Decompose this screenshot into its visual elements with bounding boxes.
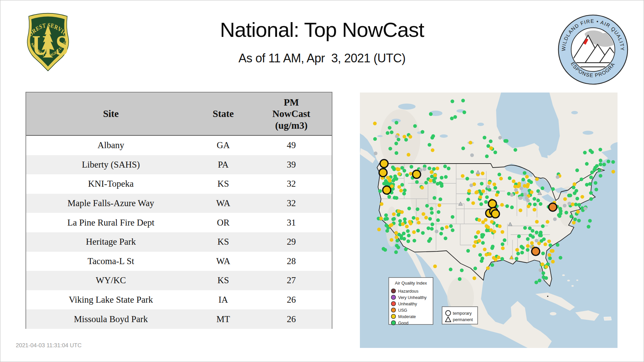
legend-label-hazardous: Hazardous [398, 289, 418, 294]
usfs-letter-s: S [56, 29, 68, 61]
site-marker-albany [532, 247, 540, 255]
legend-dot-unhealthy [391, 302, 396, 306]
legend-label-very-unhealthy: Very Unhealthy [398, 295, 427, 300]
site-marker-wy-kc [491, 210, 499, 218]
table-row: Missoula Boyd ParkMT26 [26, 309, 332, 329]
aqi-legend-title: Air Quality Index [395, 281, 427, 286]
legend-label-unhealthy: Unhealthy [398, 302, 417, 306]
site-type-legend: temporary permanent [442, 307, 478, 324]
site-marker-maple-falls [380, 160, 388, 168]
table-row: Viking Lake State ParkIA26 [26, 290, 332, 310]
report-page: National: Top NowCast As of 11 AM, Apr 3… [0, 0, 644, 362]
page-subtitle: As of 11 AM, Apr 3, 2021 (UTC) [0, 51, 644, 65]
table-row: AlbanyGA49 [26, 136, 332, 155]
legend-label-temporary: temporary [453, 311, 472, 316]
top-nowcast-table: Site State PM NowCast (ug/m3) AlbanyGA49… [25, 92, 332, 329]
forest-service-logo-icon: FOREST SERVICE DEPARTMENT OF AGRICULTURE… [24, 10, 71, 72]
aqi-legend: Air Quality Index Hazardous Very Unhealt… [389, 278, 433, 325]
legend-dot-very-unhealthy [391, 295, 396, 300]
site-marker-missoula [413, 170, 421, 178]
table-header-row: Site State PM NowCast (ug/m3) [26, 93, 332, 136]
site-marker-la-pine [383, 186, 391, 194]
legend-label-moderate: Moderate [398, 314, 416, 319]
col-header-state: State [196, 108, 251, 119]
aqi-map: Air Quality Index Hazardous Very Unhealt… [360, 93, 618, 348]
table-row: Maple Falls-Azure WayWA32 [26, 194, 332, 213]
table-row: WY/KCKS27 [26, 271, 332, 290]
site-marker-viking-lake [488, 200, 496, 208]
table-row: Tacoma-L StWA28 [26, 252, 332, 271]
legend-circle-temporary-icon [446, 311, 451, 316]
jamaica [550, 312, 556, 315]
site-marker-tacoma [379, 169, 387, 177]
legend-dot-moderate [391, 314, 396, 319]
legend-label-usg: USG [398, 308, 407, 313]
page-title: National: Top NowCast [0, 18, 644, 42]
puerto-rico [604, 317, 611, 320]
generated-timestamp: 2021-04-03 11:31:04 UTC [16, 342, 82, 349]
col-header-site: Site [26, 108, 196, 119]
legend-dot-good [391, 321, 396, 325]
table-row: Heritage ParkKS29 [26, 232, 332, 252]
wfaqrp-logo-icon: WILDLAND FIRE • AIR QUALITY RESPONSE PRO… [557, 14, 629, 85]
site-marker-liberty [549, 203, 557, 211]
legend-label-permanent: permanent [453, 317, 473, 322]
legend-dot-usg [391, 308, 396, 312]
table-row: Liberty (SAHS)PA39 [26, 155, 332, 175]
col-header-pm: PM NowCast (ug/m3) [251, 97, 332, 131]
legend-label-good: Good [398, 321, 409, 325]
table-row: La Pine Rural Fire DeptOR31 [26, 213, 332, 232]
table-row: KNI-TopekaKS32 [26, 174, 332, 194]
legend-dot-hazardous [391, 289, 396, 293]
